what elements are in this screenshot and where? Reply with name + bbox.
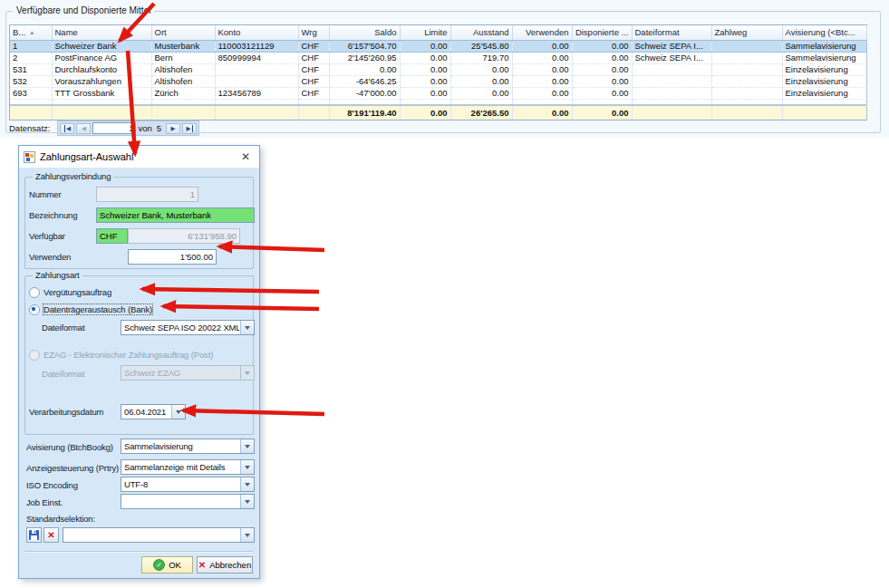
grid-cell[interactable]: 0.00 (572, 88, 632, 100)
verarbeitungsdatum-picker[interactable]: 06.04.2021 (121, 404, 186, 419)
grid-cell[interactable]: 0.00 (572, 64, 632, 76)
grid-cell[interactable]: 0.00 (512, 76, 572, 88)
nav-last-button[interactable]: ▶ (182, 123, 197, 134)
grid-cell[interactable]: Sammelavisierung (782, 53, 866, 64)
dta-dateiformat-select[interactable]: Schweiz SEPA ISO 20022 XML (121, 320, 255, 335)
grid-cell[interactable] (632, 88, 711, 100)
record-position-input[interactable] (92, 122, 136, 134)
grid-cell[interactable]: CHF (298, 53, 329, 64)
anzeigesteuerung-select[interactable]: Sammelanzeige mit Details (121, 459, 255, 475)
grid-cell[interactable]: 2'145'260.95 (329, 53, 400, 64)
grid-cell[interactable]: TTT Grossbank (52, 88, 151, 100)
grid-cell[interactable] (711, 64, 782, 76)
grid-row[interactable]: 532VorauszahlungenAltishofenCHF-64'646.2… (10, 76, 866, 88)
nav-first-button[interactable]: ◀ (60, 123, 74, 134)
grid-cell[interactable]: 0.00 (400, 53, 450, 64)
column-header[interactable]: Avisierung (<Btc... (782, 25, 866, 41)
job-einst-select[interactable] (121, 494, 255, 509)
grid-cell[interactable]: -64'646.25 (329, 76, 400, 88)
close-icon[interactable]: ✕ (237, 150, 255, 163)
grid-row[interactable]: 693TTT GrossbankZürich123456789CHF-47'00… (10, 88, 866, 100)
grid-row[interactable]: 2PostFinance AGBern850999994CHF2'145'260… (10, 53, 866, 64)
column-header[interactable]: Verwenden (512, 25, 572, 41)
grid-cell[interactable]: Zürich (151, 88, 215, 100)
grid-cell[interactable]: 0.00 (400, 64, 450, 76)
grid-cell[interactable]: 693 (10, 88, 52, 100)
grid-cell[interactable]: Bern (151, 53, 215, 64)
grid-cell[interactable] (711, 76, 782, 88)
column-header[interactable]: Dateiformat (632, 25, 711, 41)
radio-verguetungsauftrag[interactable]: Vergütungsauftrag (29, 286, 111, 298)
grid-cell[interactable]: Altishofen (151, 64, 215, 76)
column-header[interactable]: Disponierte ... (572, 25, 632, 41)
grid-cell[interactable]: Sammelavisierung (782, 41, 866, 53)
column-header[interactable]: Ort (151, 25, 215, 41)
standardselektion-select[interactable] (63, 527, 255, 543)
grid-cell[interactable]: 532 (10, 76, 52, 88)
nav-prev-button[interactable]: ◀ (76, 123, 91, 134)
grid-cell[interactable]: 2 (10, 53, 52, 64)
grid-cell[interactable] (632, 76, 711, 88)
grid-cell[interactable]: 0.00 (450, 64, 512, 76)
grid-cell[interactable]: 0.00 (400, 76, 450, 88)
grid-row[interactable]: 531DurchlaufskontoAltishofenCHF0.000.000… (10, 64, 866, 76)
grid-cell[interactable]: 123456789 (215, 88, 298, 100)
grid-cell[interactable]: 719.70 (450, 53, 512, 64)
grid-cell[interactable]: 0.00 (329, 64, 400, 76)
grid-cell[interactable]: CHF (298, 76, 329, 88)
column-header[interactable]: Wrg (298, 25, 329, 41)
dialog-titlebar[interactable]: Zahlungsart-Auswahl ✕ (19, 146, 259, 168)
avisierung-select[interactable]: Sammelavisierung (121, 439, 255, 454)
grid-cell[interactable]: 531 (10, 64, 52, 76)
grid-cell[interactable] (711, 88, 782, 100)
column-header[interactable]: B...▲ (10, 25, 52, 41)
grid-cell[interactable]: -47'000.00 (329, 88, 400, 100)
verwenden-field[interactable]: 1'500.00 (128, 249, 217, 265)
grid-cell[interactable]: Einzelavisierung (782, 88, 866, 100)
bezeichnung-field[interactable]: Schweizer Bank, Musterbank (96, 207, 255, 223)
grid-cell[interactable]: 0.00 (400, 88, 450, 100)
grid-cell[interactable]: CHF (298, 64, 329, 76)
grid-cell[interactable] (711, 41, 782, 53)
grid-cell[interactable] (215, 64, 298, 76)
grid-cell[interactable]: CHF (298, 41, 329, 53)
column-header[interactable]: Zahlweg (711, 25, 782, 41)
grid-cell[interactable]: 0.00 (450, 76, 512, 88)
iso-encoding-select[interactable]: UTF-8 (121, 477, 255, 492)
grid-cell[interactable]: 0.00 (400, 41, 450, 53)
grid-cell[interactable]: Einzelavisierung (782, 76, 866, 88)
grid-cell[interactable]: Durchlaufskonto (52, 64, 151, 76)
column-header[interactable]: Ausstand (450, 25, 512, 41)
save-selection-button[interactable] (26, 527, 42, 543)
grid-cell[interactable]: 0.00 (450, 88, 512, 100)
grid-cell[interactable]: 0.00 (512, 64, 572, 76)
column-header[interactable]: Limite (400, 25, 450, 41)
nav-next-button[interactable]: ▶ (166, 123, 180, 134)
grid-cell[interactable]: Altishofen (151, 76, 215, 88)
grid-cell[interactable]: 0.00 (572, 53, 632, 64)
grid-cell[interactable]: Einzelavisierung (782, 64, 866, 76)
grid-cell[interactable]: 0.00 (512, 41, 572, 53)
grid-cell[interactable]: 0.00 (572, 76, 632, 88)
grid-cell[interactable]: Schweiz SEPA I... (632, 41, 711, 53)
grid-cell[interactable]: Musterbank (151, 41, 215, 53)
grid-cell[interactable]: Schweizer Bank (52, 41, 151, 53)
grid-cell[interactable]: 1 (10, 41, 52, 53)
grid-row[interactable]: 1Schweizer BankMusterbank110003121129CHF… (10, 41, 866, 53)
grid-cell[interactable]: PostFinance AG (52, 53, 151, 64)
cancel-button[interactable]: ✕ Abbrechen (197, 556, 253, 574)
grid-cell[interactable]: Schweiz SEPA I... (632, 53, 711, 64)
grid-cell[interactable] (215, 76, 298, 88)
radio-datentraegeraustausch[interactable]: Datenträgeraustausch (Bank) (29, 304, 152, 315)
grid-cell[interactable]: CHF (298, 88, 329, 100)
grid-cell[interactable]: Vorauszahlungen (52, 76, 151, 88)
grid-cell[interactable]: 110003121129 (215, 41, 298, 53)
grid-cell[interactable]: 0.00 (572, 41, 632, 53)
column-header[interactable]: Konto (215, 25, 298, 41)
column-header[interactable]: Saldo (329, 25, 400, 41)
grid-cell[interactable]: 6'157'504.70 (329, 41, 400, 53)
ok-button[interactable]: ✓ OK (141, 556, 193, 574)
grid-cell[interactable] (711, 53, 782, 64)
grid-cell[interactable]: 0.00 (512, 53, 572, 64)
column-header[interactable]: Name (52, 25, 151, 41)
